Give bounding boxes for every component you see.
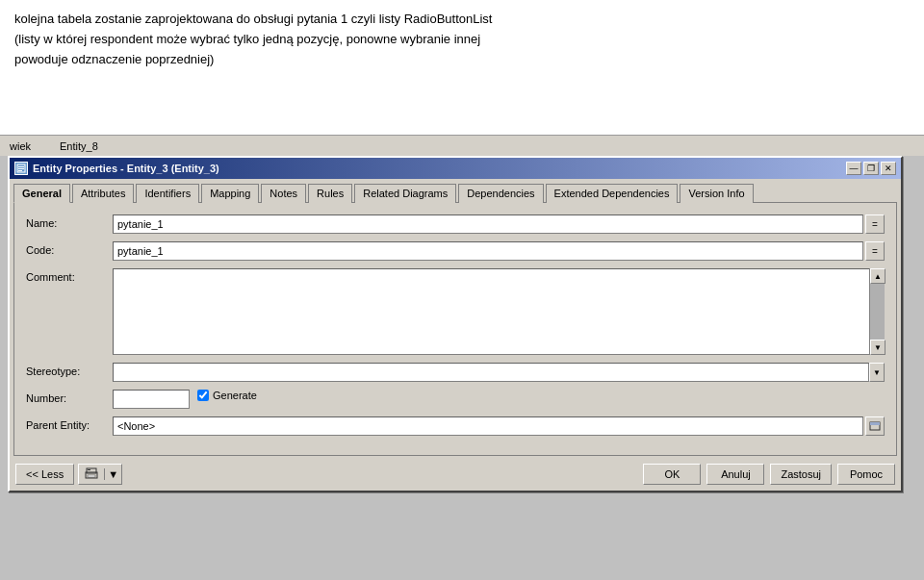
background-text: kolejna tabela zostanie zaprojektowana d…: [0, 0, 924, 135]
name-row: Name: =: [26, 214, 885, 234]
less-button[interactable]: << Less: [15, 464, 74, 485]
stereotype-dropdown-button[interactable]: ▼: [869, 363, 885, 382]
entity-properties-dialog: Entity Properties - Entity_3 (Entity_3) …: [8, 156, 903, 492]
parent-entity-wrapper: [113, 416, 885, 436]
number-label: Number:: [26, 390, 113, 404]
bottom-area: << Less ▼ OK Anuluj Zastosuj Pomoc: [10, 456, 901, 491]
number-row: Number: Generate: [26, 390, 885, 409]
bottom-right-buttons: OK Anuluj Zastosuj Pomoc: [643, 464, 895, 485]
parent-entity-label: Parent Entity:: [26, 416, 113, 431]
title-buttons: — ❐ ✕: [846, 162, 896, 175]
code-side-button[interactable]: =: [865, 241, 885, 261]
ok-button[interactable]: OK: [643, 464, 701, 485]
tab-bar: General Attributes Identifiers Mapping N…: [10, 179, 901, 202]
comment-scrollbar[interactable]: ▲ ▼: [869, 268, 885, 355]
svg-rect-2: [18, 168, 24, 169]
print-dropdown-arrow[interactable]: ▼: [104, 468, 121, 480]
diagram-bar: wiek Entity_8: [0, 135, 924, 156]
generate-label: Generate: [213, 390, 257, 401]
code-row: Code: =: [26, 241, 885, 261]
dialog-title: Entity Properties - Entity_3 (Entity_3): [33, 163, 219, 174]
diagram-bar-item-wiek[interactable]: wiek: [10, 140, 31, 152]
stereotype-input-wrapper: ▼: [113, 363, 885, 382]
print-main[interactable]: [79, 467, 104, 481]
content-area: Name: = Code: = Comment: ▲ ▼: [13, 202, 897, 456]
minimize-button[interactable]: —: [846, 162, 861, 175]
name-side-button[interactable]: =: [865, 214, 885, 234]
parent-entity-input[interactable]: [113, 416, 863, 436]
tab-dependencies[interactable]: Dependencies: [458, 184, 543, 203]
comment-textarea[interactable]: [113, 268, 885, 355]
tab-mapping[interactable]: Mapping: [201, 184, 259, 203]
stereotype-row: Stereotype: ▼: [26, 363, 885, 382]
generate-checkbox[interactable]: [197, 390, 209, 401]
bg-line1: kolejna tabela zostanie zaprojektowana d…: [14, 12, 492, 26]
svg-rect-9: [88, 469, 90, 470]
bottom-left-buttons: << Less ▼: [15, 464, 122, 485]
scroll-up-button[interactable]: ▲: [870, 268, 886, 284]
name-input[interactable]: [113, 214, 863, 234]
stereotype-label: Stereotype:: [26, 363, 113, 377]
tab-notes[interactable]: Notes: [261, 184, 306, 203]
svg-rect-1: [18, 166, 24, 167]
help-button[interactable]: Pomoc: [837, 464, 895, 485]
tab-extended-dependencies[interactable]: Extended Dependencies: [546, 184, 679, 203]
parent-entity-browse-button[interactable]: [865, 416, 885, 436]
apply-button[interactable]: Zastosuj: [770, 464, 832, 485]
comment-row: Comment: ▲ ▼: [26, 268, 885, 355]
close-button[interactable]: ✕: [881, 162, 896, 175]
comment-label: Comment:: [26, 268, 113, 283]
svg-rect-8: [88, 475, 95, 477]
code-input[interactable]: [113, 241, 863, 261]
restore-button[interactable]: ❐: [863, 162, 879, 175]
tab-general[interactable]: General: [13, 184, 70, 203]
tab-identifiers[interactable]: Identifiers: [136, 184, 199, 203]
parent-entity-row: Parent Entity:: [26, 416, 885, 436]
scroll-track: [870, 284, 885, 340]
tab-attributes[interactable]: Attributes: [72, 184, 134, 203]
tab-related-diagrams[interactable]: Related Diagrams: [354, 184, 456, 203]
tab-rules[interactable]: Rules: [308, 184, 352, 203]
bg-line2: (listy w której respondent może wybrać t…: [14, 32, 480, 46]
scroll-down-button[interactable]: ▼: [870, 340, 886, 355]
comment-textarea-wrapper: ▲ ▼: [113, 268, 885, 355]
code-label: Code:: [26, 241, 113, 256]
svg-rect-5: [870, 422, 880, 425]
diagram-bar-item-entity8[interactable]: Entity_8: [60, 140, 98, 152]
svg-rect-3: [18, 170, 22, 171]
number-input[interactable]: [113, 390, 190, 409]
title-bar: Entity Properties - Entity_3 (Entity_3) …: [10, 158, 901, 179]
code-input-wrapper: =: [113, 241, 885, 261]
generate-checkbox-row: Generate: [197, 390, 257, 401]
name-input-wrapper: =: [113, 214, 885, 234]
dialog-icon: [14, 162, 28, 175]
title-bar-left: Entity Properties - Entity_3 (Entity_3): [14, 162, 219, 175]
stereotype-input[interactable]: [113, 363, 869, 382]
print-button-split[interactable]: ▼: [78, 464, 122, 485]
bg-line3: powoduje odznaczenie poprzedniej): [14, 52, 214, 66]
cancel-button[interactable]: Anuluj: [706, 464, 764, 485]
tab-version-info[interactable]: Version Info: [680, 184, 753, 203]
name-label: Name:: [26, 214, 113, 229]
